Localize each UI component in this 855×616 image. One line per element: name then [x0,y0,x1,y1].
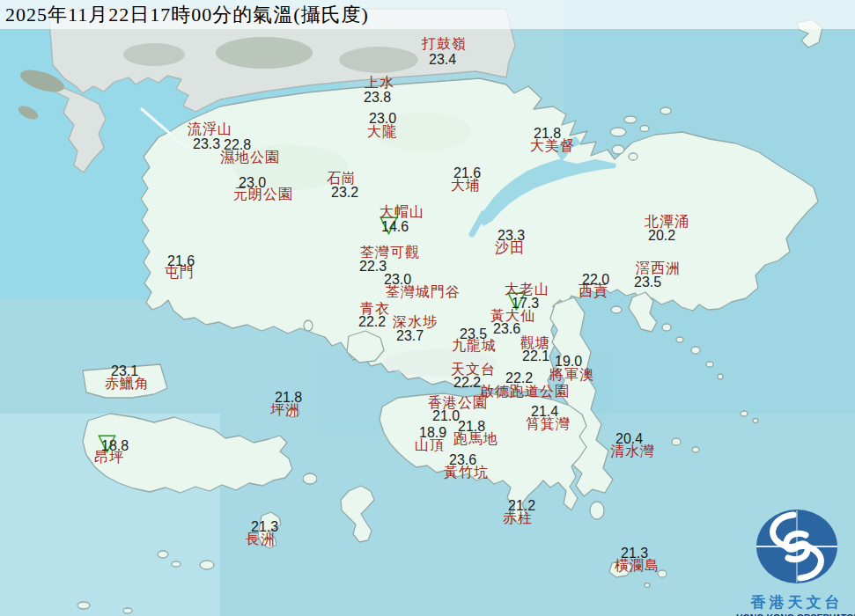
title-bar: 2025年11月22日17時00分的氣溫(攝氏度) [0,0,855,29]
hko-logo-icon [753,507,841,588]
hko-logo-chinese: 香港天文台 [736,592,855,612]
hong-kong-basemap [0,0,855,616]
hko-logo-english: HONG KONG OBSERVATORY [736,612,855,616]
hko-temperature-map-screen: 2025年11月22日17時00分的氣溫(攝氏度) 23.4打鼓嶺23.8上水2… [0,0,855,616]
map-title: 2025年11月22日17時00分的氣溫(攝氏度) [0,2,369,28]
hko-logo: 香港天文台 HONG KONG OBSERVATORY [736,507,855,616]
